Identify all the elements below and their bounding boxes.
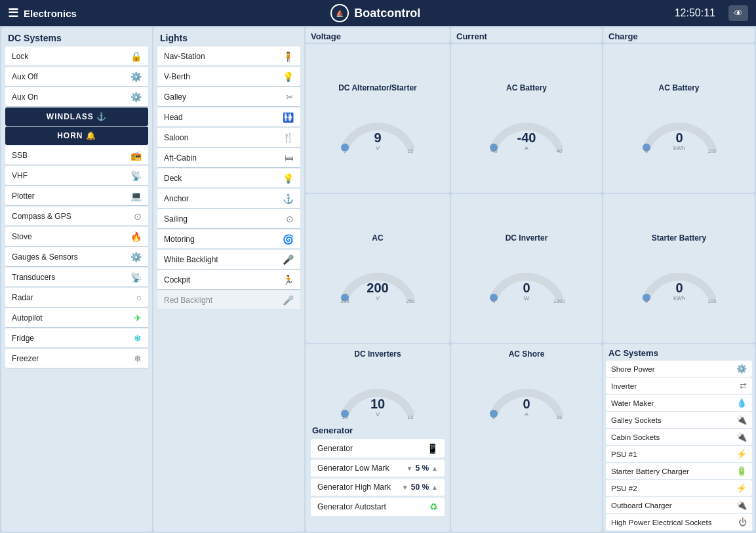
lights-whitebacklight[interactable]: White Backlight 🎤 — [157, 250, 300, 269]
gauge-ac-voltage: AC 200 V 200 250 — [306, 194, 450, 343]
app-name: Boatcontrol — [354, 7, 420, 20]
lights-galley[interactable]: Galley ✂ — [157, 87, 300, 107]
svg-text:15: 15 — [408, 148, 414, 154]
cockpit-icon: 🏃 — [283, 275, 294, 285]
svg-text:kWh: kWh — [673, 295, 685, 302]
ac-item-psu2[interactable]: PSU #2 ⚡ — [606, 480, 752, 496]
lights-aftcabin[interactable]: Aft-Cabin 🛏 — [157, 148, 300, 168]
lights-head[interactable]: Head 🚻 — [157, 108, 300, 127]
ac-item-inverter[interactable]: Inverter ⇄ — [606, 378, 752, 394]
dc-item-auxon[interactable]: Aux On ⚙️ — [5, 87, 148, 107]
menu-icon[interactable]: ☰ — [8, 6, 18, 20]
plotter-icon: 💻 — [130, 191, 142, 201]
gen-high-up[interactable]: ▲ — [431, 484, 438, 491]
svg-text:10: 10 — [342, 414, 348, 420]
gen-high-down[interactable]: ▼ — [402, 484, 408, 491]
lights-vberth[interactable]: V-Berth 💡 — [157, 67, 300, 87]
generator-autostart-icon[interactable]: ♻ — [429, 502, 438, 512]
ac-item-outboard-charger[interactable]: Outboard Charger 🔌 — [606, 497, 752, 513]
svg-text:40: 40 — [557, 148, 563, 154]
lights-cockpit[interactable]: Cockpit 🏃 — [157, 270, 300, 290]
lights-title: Lights — [153, 28, 304, 46]
ac-item-cabin-sockets[interactable]: Cabin Sockets 🔌 — [606, 429, 752, 445]
lights-list: Nav-Station 🧍 V-Berth 💡 Galley ✂ Head 🚻 … — [153, 46, 304, 532]
lights-sailing[interactable]: Sailing ⊙ — [157, 209, 300, 229]
ac-item-high-power-sockets[interactable]: High Power Electrical Sockets ⏻ — [606, 514, 752, 530]
dc-item-fridge[interactable]: Fridge ❄ — [5, 328, 148, 348]
gauge-dc-inverters-title: DC Inverters — [354, 349, 401, 359]
dc-item-autopilot[interactable]: Autopilot ✈ — [5, 308, 148, 328]
starter-battery-charger-icon: 🔋 — [736, 466, 747, 476]
header-right: 12:50:11 👁 — [675, 5, 748, 21]
dc-item-gauges[interactable]: Gauges & Sensors ⚙️ — [5, 247, 148, 267]
dc-systems-panel: DC Systems Lock 🔒 Aux Off ⚙️ Aux On ⚙️ W… — [1, 28, 152, 532]
dc-item-radar[interactable]: Radar ○ — [5, 288, 148, 307]
galley-icon: ✂ — [286, 92, 294, 102]
dc-item-transducers[interactable]: Transducers 📡 — [5, 267, 148, 287]
gauge-starter-battery: Starter Battery 0 kWh 0 100 — [603, 194, 755, 343]
lights-motoring[interactable]: Motoring 🌀 — [157, 229, 300, 249]
lights-saloon[interactable]: Saloon 🍴 — [157, 128, 300, 148]
dc-item-plotter[interactable]: Plotter 💻 — [5, 186, 148, 206]
dc-systems-title: DC Systems — [1, 28, 152, 46]
outboard-charger-icon: 🔌 — [736, 500, 747, 510]
ac-systems-title: AC Systems — [603, 344, 755, 359]
ac-item-watermaker[interactable]: Water Maker 💧 — [606, 395, 752, 411]
svg-text:0: 0 — [492, 414, 496, 420]
lights-deck[interactable]: Deck 💡 — [157, 168, 300, 188]
gauge-dc-inverters: DC Inverters 10 V 10 13 Generator Genera… — [306, 344, 450, 532]
section-titles: Voltage Current Charge — [306, 28, 755, 43]
generator-high-mark-row[interactable]: Generator High Mark ▼ 50 % ▲ — [311, 479, 445, 496]
dc-item-freezer[interactable]: Freezer ❄ — [5, 349, 148, 368]
svg-text:10: 10 — [370, 397, 385, 411]
dc-item-compass[interactable]: Compass & GPS ⊙ — [5, 207, 148, 226]
dc-item-auxoff[interactable]: Aux Off ⚙️ — [5, 67, 148, 87]
boat-logo: ⛵ — [330, 4, 349, 22]
generator-toggle-row[interactable]: Generator 📱 — [311, 439, 445, 458]
svg-text:A: A — [525, 145, 528, 151]
ac-item-psu1[interactable]: PSU #1 ⚡ — [606, 446, 752, 462]
whitebacklight-icon: 🎤 — [283, 254, 294, 265]
dc-item-vhf[interactable]: VHF 📡 — [5, 166, 148, 186]
lights-anchor[interactable]: Anchor ⚓ — [157, 189, 300, 208]
svg-text:0: 0 — [523, 281, 530, 295]
generator-toggle-icon[interactable]: 📱 — [427, 443, 438, 454]
gauge-ac-battery-charge-svg: 0 kWh 0 100 — [637, 95, 722, 154]
gauge-ac-battery-current: AC Battery -40 A -40 40 — [451, 44, 602, 193]
generator-low-mark-row[interactable]: Generator Low Mark ▼ 5 % ▲ — [311, 460, 445, 477]
dc-systems-list: Lock 🔒 Aux Off ⚙️ Aux On ⚙️ WINDLASS ⚓ H… — [1, 46, 152, 532]
svg-text:1200: 1200 — [553, 298, 565, 304]
header: ☰ Electronics ⛵ Boatcontrol 12:50:11 👁 — [0, 0, 756, 26]
aftcabin-icon: 🛏 — [285, 153, 294, 163]
svg-text:9: 9 — [374, 130, 381, 145]
charge-header: Charge — [603, 28, 755, 43]
clock: 12:50:11 — [675, 7, 715, 19]
dc-item-stove[interactable]: Stove 🔥 — [5, 227, 148, 247]
galley-sockets-icon: 🔌 — [736, 415, 747, 425]
lights-navstation[interactable]: Nav-Station 🧍 — [157, 47, 300, 66]
app-title: Electronics — [24, 8, 77, 19]
dc-item-lock[interactable]: Lock 🔒 — [5, 47, 148, 66]
stove-icon: 🔥 — [130, 231, 142, 242]
main-layout: DC Systems Lock 🔒 Aux Off ⚙️ Aux On ⚙️ W… — [0, 26, 756, 533]
generator-autostart-row[interactable]: Generator Autostart ♻ — [311, 498, 445, 517]
dc-item-ssb[interactable]: SSB 📻 — [5, 146, 148, 165]
ac-item-shore-power[interactable]: Shore Power ⚙️ — [606, 361, 752, 377]
ssb-icon: 📻 — [130, 150, 142, 161]
gen-low-down[interactable]: ▼ — [407, 465, 413, 472]
gauge-starter-battery-svg: 0 kWh 0 100 — [637, 245, 722, 304]
ac-item-galley-sockets[interactable]: Galley Sockets 🔌 — [606, 412, 752, 428]
lights-redbacklight[interactable]: Red Backlight 🎤 — [157, 290, 300, 310]
svg-text:0: 0 — [675, 281, 683, 295]
ac-item-starter-battery-charger[interactable]: Starter Battery Charger 🔋 — [606, 463, 752, 479]
autopilot-icon: ✈ — [134, 313, 142, 323]
shore-power-icon: ⚙️ — [736, 364, 747, 374]
current-title: Current — [451, 28, 602, 43]
svg-text:V: V — [376, 145, 380, 151]
gen-low-up[interactable]: ▲ — [431, 465, 438, 472]
eye-button[interactable]: 👁 — [728, 5, 748, 21]
gauge-dc-alternator: DC Alternator/Starter 9 V 9 15 — [306, 44, 450, 193]
header-center: ⛵ Boatcontrol — [330, 4, 420, 22]
windlass-button[interactable]: WINDLASS ⚓ — [5, 108, 148, 126]
horn-button[interactable]: HORN 🔔 — [5, 127, 148, 145]
